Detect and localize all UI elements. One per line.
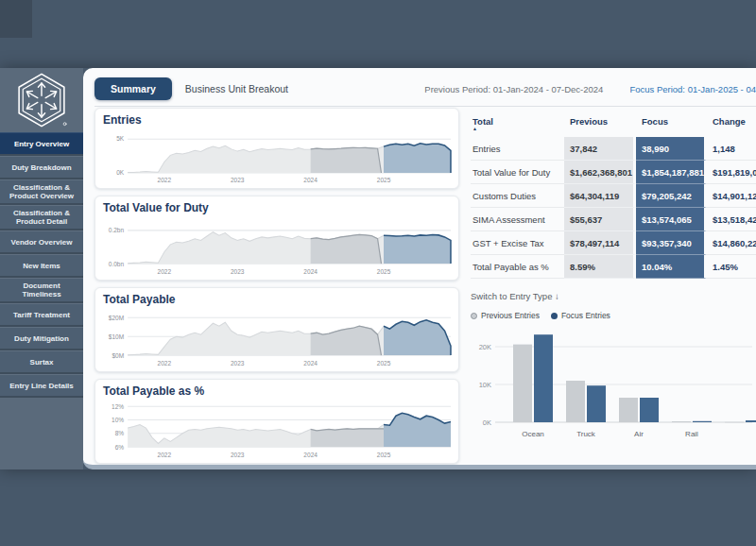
svg-text:2024: 2024 — [303, 268, 318, 275]
focus-value: $1,854,187,881 — [636, 161, 707, 184]
svg-text:2023: 2023 — [231, 360, 245, 367]
chart-title: Entries — [103, 113, 455, 127]
kpi-table[interactable]: Total▲PreviousFocusChangeEntries37,84238… — [471, 114, 756, 279]
focus-value: 10.04% — [636, 255, 707, 279]
bar-focus[interactable] — [693, 421, 712, 422]
table-header-focus[interactable]: Focus — [636, 114, 707, 137]
previous-value: $55,637 — [564, 208, 636, 231]
bar-focus[interactable] — [587, 385, 606, 422]
change-value: 1.45% — [707, 255, 756, 279]
trend-charts-column: Entries5K0K2022202320242025Total Value f… — [94, 107, 459, 469]
sidebar-item-entry-overview[interactable]: Entry Overview — [0, 132, 83, 156]
previous-legend-dot-icon — [471, 313, 477, 319]
area-previous-period — [311, 147, 382, 173]
sidebar-item-document-timeliness[interactable]: Document Timeliness — [0, 278, 83, 303]
svg-text:2022: 2022 — [158, 452, 172, 458]
app-logo — [0, 68, 83, 132]
svg-text:$10M: $10M — [109, 333, 125, 339]
svg-text:Air: Air — [634, 430, 644, 438]
bar-previous[interactable] — [725, 422, 744, 423]
focus-value: $93,357,340 — [636, 231, 707, 255]
tab-summary[interactable]: Summary — [94, 77, 172, 100]
legend-label: Focus Entries — [561, 311, 610, 320]
previous-period-label: Previous Period: 01-Jan-2024 - 07-Dec-20… — [424, 84, 603, 94]
sidebar-item-classification-product-detail[interactable]: Classification & Product Detail — [0, 205, 83, 230]
svg-text:$0M: $0M — [112, 351, 124, 358]
chart-card-total-value-for-duty: Total Value for Duty0.2bn0.0bn2022202320… — [94, 196, 459, 281]
previous-value: $78,497,114 — [564, 231, 636, 255]
svg-text:12%: 12% — [112, 402, 124, 409]
svg-text:2024: 2024 — [303, 452, 318, 458]
svg-text:10K: 10K — [479, 381, 491, 389]
table-header-previous[interactable]: Previous — [564, 114, 636, 137]
legend-label: Previous Entries — [481, 311, 540, 320]
report-header: SummaryBusiness Unit Breakout Previous P… — [94, 68, 756, 107]
previous-value: 37,842 — [564, 137, 636, 161]
previous-value: 8.59% — [564, 255, 636, 279]
legend-item-previous-entries[interactable]: Previous Entries — [471, 311, 540, 320]
chart-title: Total Payable — [103, 293, 455, 306]
focus-period-label: Focus Period: 01-Jan-2025 - 04 — [629, 84, 756, 94]
report-body: Entries5K0K2022202320242025Total Value f… — [94, 107, 756, 469]
sidebar-item-entry-line-details[interactable]: Entry Line Details — [0, 374, 83, 398]
bar-chart-legend: Previous EntriesFocus Entries — [471, 311, 756, 320]
focus-value: $13,574,065 — [636, 208, 707, 231]
bar-focus[interactable] — [640, 398, 659, 422]
svg-text:0.0bn: 0.0bn — [109, 260, 125, 266]
svg-text:2025: 2025 — [377, 360, 391, 367]
area-focus-period — [384, 144, 451, 173]
sidebar-item-classification-product-overview[interactable]: Classification & Product Overview — [0, 179, 83, 205]
summary-column: Total▲PreviousFocusChangeEntries37,84238… — [471, 107, 756, 469]
legend-item-focus-entries[interactable]: Focus Entries — [551, 311, 610, 320]
svg-text:2022: 2022 — [158, 178, 172, 184]
bar-previous[interactable] — [672, 421, 691, 422]
focus-value: $79,205,242 — [636, 184, 707, 208]
tab-business-unit-breakout[interactable]: Business Unit Breakout — [172, 77, 301, 100]
dashboard: Entry OverviewDuty BreakdownClassificati… — [0, 68, 756, 469]
sidebar: Entry OverviewDuty BreakdownClassificati… — [0, 68, 83, 469]
svg-text:2022: 2022 — [158, 268, 172, 275]
table-header-total[interactable]: Total▲ — [471, 114, 564, 137]
svg-text:2025: 2025 — [377, 268, 391, 275]
chart-card-entries: Entries5K0K2022202320242025 — [94, 108, 459, 189]
sidebar-item-new-items[interactable]: New Items — [0, 254, 83, 278]
area-chart[interactable]: 12%10%8%6%2022202320242025 — [103, 399, 455, 461]
bar-previous[interactable] — [566, 381, 585, 422]
svg-text:2024: 2024 — [303, 360, 318, 367]
chart-card-total-payable-as: Total Payable as %12%10%8%6%202220232024… — [94, 379, 459, 464]
tab-bar: SummaryBusiness Unit Breakout — [94, 77, 301, 100]
svg-text:20K: 20K — [479, 343, 491, 351]
row-label: Entries — [471, 137, 564, 161]
sidebar-item-tariff-treatment[interactable]: Tariff Treatment — [0, 303, 83, 327]
row-label: SIMA Assessment — [471, 208, 564, 231]
area-chart[interactable]: 0.2bn0.0bn2022202320242025 — [103, 215, 455, 278]
area-chart[interactable]: 5K0K2022202320242025 — [103, 128, 455, 186]
sidebar-item-duty-breakdown[interactable]: Duty Breakdown — [0, 156, 83, 179]
svg-text:0K: 0K — [116, 169, 125, 176]
svg-text:0K: 0K — [483, 418, 491, 427]
sort-ascending-icon: ▲ — [472, 127, 564, 131]
change-value: $14,860,226 — [707, 231, 756, 255]
hexagon-arrows-logo-icon — [13, 72, 70, 128]
focus-value: 38,990 — [636, 137, 707, 161]
bar-focus[interactable] — [746, 420, 756, 422]
sidebar-item-vendor-overview[interactable]: Vendor Overview — [0, 230, 83, 254]
svg-text:6%: 6% — [115, 443, 124, 450]
bar-previous[interactable] — [513, 345, 532, 422]
svg-text:$20M: $20M — [109, 315, 125, 321]
sidebar-nav: Entry OverviewDuty BreakdownClassificati… — [0, 132, 83, 398]
table-header-change[interactable]: Change — [707, 114, 756, 137]
sidebar-item-duty-mitigation[interactable]: Duty Mitigation — [0, 327, 83, 350]
sidebar-item-surtax[interactable]: Surtax — [0, 350, 83, 374]
svg-text:8%: 8% — [115, 430, 124, 436]
row-label: Customs Duties — [471, 184, 564, 208]
svg-text:Ocean: Ocean — [522, 430, 544, 438]
svg-text:5K: 5K — [116, 135, 125, 142]
entry-type-bar-chart[interactable]: 0K10K20KOceanTruckAirRail — [471, 324, 756, 447]
main-panel: SummaryBusiness Unit Breakout Previous P… — [83, 68, 756, 469]
area-chart[interactable]: $20M$10M$0M2022202320242025 — [103, 307, 455, 369]
bar-previous[interactable] — [619, 398, 638, 422]
bar-focus[interactable] — [534, 334, 553, 422]
change-value: $191,819,080 — [707, 161, 756, 184]
entry-type-drill-toggle[interactable]: Switch to Entry Type ↓ — [471, 291, 756, 301]
